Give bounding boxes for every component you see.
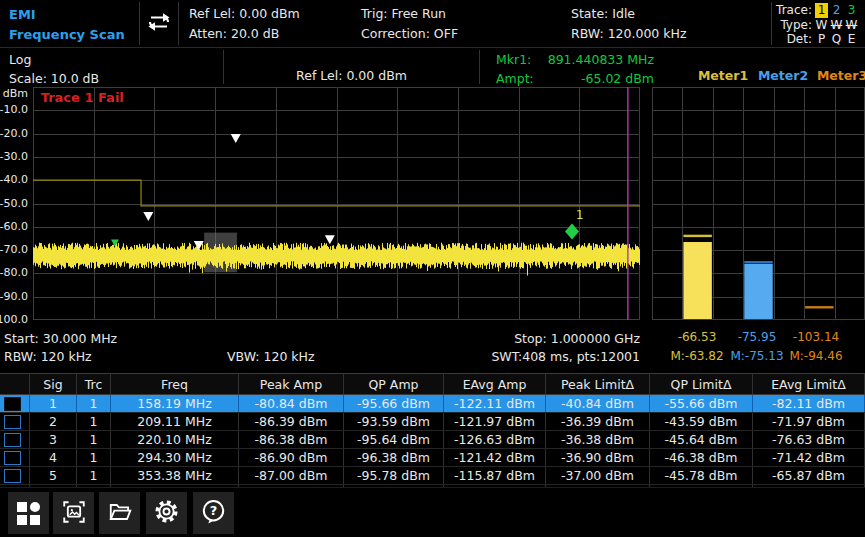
rbw-footer-readout: RBW: 120 kHz [4, 349, 92, 364]
table-cell: -121.42 dBm [444, 449, 546, 466]
state-rbw-readout: State: Idle RBW: 120.000 kHz [571, 0, 771, 47]
table-cell: -65.87 dBm [753, 467, 865, 484]
table-cell: -95.64 dBm [344, 431, 444, 448]
y-axis-tick: -30.0 [0, 150, 28, 163]
table-cell: -55.66 dBm [650, 395, 753, 412]
trace-2-badge[interactable]: 2 [829, 3, 844, 18]
y-axis-tick: -100.0 [0, 313, 28, 326]
table-cell: 209.11 MHz [111, 413, 239, 430]
spectrum-plot[interactable] [33, 87, 640, 320]
column-header[interactable]: QP LimitΔ [650, 374, 753, 394]
trace-3-badge[interactable]: 3 [844, 3, 859, 18]
y-axis-tick: -40.0 [0, 173, 28, 186]
table-cell: -93.59 dBm [344, 413, 444, 430]
apps-menu-button[interactable] [8, 492, 49, 534]
table-cell: -45.78 dBm [650, 467, 753, 484]
table-cell: -46.38 dBm [650, 449, 753, 466]
signal-table-header: SigTrcFreqPeak AmpQP AmpEAvg AmpPeak Lim… [0, 373, 865, 395]
meter1-label[interactable]: Meter1 [697, 68, 749, 83]
table-cell: -40.84 dBm [546, 395, 650, 412]
column-header[interactable]: Peak LimitΔ [546, 374, 650, 394]
row-checkbox[interactable] [4, 415, 21, 429]
table-cell: 220.10 MHz [111, 431, 239, 448]
y-axis-tick: -90.0 [0, 290, 28, 303]
column-header[interactable]: Sig [30, 374, 77, 394]
mode-title-line1: EMI [9, 5, 139, 25]
table-cell: 1 [77, 449, 111, 466]
trig-readout: Trig: Free Run [361, 4, 571, 24]
table-cell: 1 [30, 395, 77, 412]
column-header[interactable]: QP Amp [344, 374, 444, 394]
svg-text:?: ? [210, 503, 218, 518]
stop-freq-readout: Stop: 1.000000 GHz [400, 331, 640, 346]
table-cell: -126.63 dBm [444, 431, 546, 448]
type-label: Type: [780, 18, 812, 33]
ampt-value: -65.02 dBm [581, 70, 654, 89]
analyzer-screen: EMI Frequency Scan Ref Lel: 0.00 dBm Att… [0, 0, 865, 537]
mode-title[interactable]: EMI Frequency Scan [0, 0, 139, 47]
table-cell: 5 [30, 467, 77, 484]
atten-readout: Atten: 20.0 dB [189, 24, 361, 44]
ampt-label: Ampt: [496, 70, 534, 89]
vbw-footer-readout: VBW: 120 kHz [227, 349, 315, 364]
table-cell: -80.84 dBm [239, 395, 344, 412]
screenshot-button[interactable] [53, 492, 94, 534]
column-header[interactable]: Freq [111, 374, 239, 394]
y-axis-tick: -50.0 [0, 197, 28, 210]
file-button[interactable] [99, 492, 140, 534]
table-cell: 2 [30, 413, 77, 430]
table-cell: -96.38 dBm [344, 449, 444, 466]
row-select-cell [0, 413, 30, 430]
table-row[interactable]: 11158.19 MHz-80.84 dBm-95.66 dBm-122.11 … [0, 395, 865, 413]
column-header[interactable]: EAvg Amp [444, 374, 546, 394]
trace-3-det: E [844, 32, 859, 47]
table-cell: -71.97 dBm [753, 413, 865, 430]
det-row: Det: P Q E [776, 32, 859, 47]
help-button[interactable]: ? [193, 492, 234, 534]
trace-1-badge[interactable]: 1 [815, 3, 828, 18]
table-row[interactable]: 31220.10 MHz-86.38 dBm-95.64 dBm-126.63 … [0, 431, 865, 449]
table-cell: 158.19 MHz [111, 395, 239, 412]
settings-button[interactable] [146, 492, 187, 534]
table-cell: -95.66 dBm [344, 395, 444, 412]
ref-level-center-readout: Ref Lel: 0.00 dBm [224, 48, 479, 86]
column-header[interactable]: EAvg LimitΔ [753, 374, 865, 394]
row-select-cell [0, 467, 30, 484]
type-row: Type: W W W [776, 18, 859, 33]
column-header[interactable]: Peak Amp [239, 374, 344, 394]
table-cell: -36.38 dBm [546, 431, 650, 448]
table-cell: -36.39 dBm [546, 413, 650, 430]
y-axis-tick: -70.0 [0, 243, 28, 256]
continuous-sweep-button[interactable] [140, 0, 178, 47]
table-cell: -36.90 dBm [546, 449, 650, 466]
trace-status-block[interactable]: Trace: 1 2 3 Type: W W W Det: P Q E [772, 0, 865, 47]
column-header[interactable]: Trc [77, 374, 111, 394]
table-row[interactable]: 51353.38 MHz-87.00 dBm-95.78 dBm-115.87 … [0, 467, 865, 485]
table-cell: -121.97 dBm [444, 413, 546, 430]
meter-bars-plot [652, 87, 865, 320]
trace-1-det: P [814, 32, 829, 47]
marker-readout: Mkr1: 891.440833 MHz Ampt: -65.02 dBm [480, 48, 673, 86]
table-cell: -86.39 dBm [239, 413, 344, 430]
trace-2-det: Q [829, 32, 844, 47]
meter3-label[interactable]: Meter3 [816, 68, 865, 83]
row-checkbox[interactable] [4, 397, 21, 411]
meter-labels: Meter1 Meter2 Meter3 [673, 48, 865, 86]
row-checkbox[interactable] [4, 433, 21, 447]
table-row[interactable]: 21209.11 MHz-86.39 dBm-93.59 dBm-121.97 … [0, 413, 865, 431]
state-readout: State: Idle [571, 4, 771, 24]
row-select-cell [0, 395, 30, 412]
start-freq-readout: Start: 30.000 MHz [4, 331, 117, 346]
table-row[interactable]: 41294.30 MHz-86.90 dBm-96.38 dBm-121.42 … [0, 449, 865, 467]
mode-title-line2: Frequency Scan [9, 25, 139, 45]
row-checkbox[interactable] [4, 469, 21, 483]
table-cell: -76.63 dBm [753, 431, 865, 448]
table-cell: -43.59 dBm [650, 413, 753, 430]
y-axis-tick: -80.0 [0, 266, 28, 279]
meter2-label[interactable]: Meter2 [757, 68, 809, 83]
scale-value: Scale: 10.0 dB [9, 69, 223, 88]
trace-3-type: W [844, 18, 859, 33]
swt-pts-readout: SWT:408 ms, pts:12001 [400, 349, 640, 364]
ref-level-text: Ref Lel: 0.00 dBm [296, 68, 407, 83]
row-checkbox[interactable] [4, 451, 21, 465]
